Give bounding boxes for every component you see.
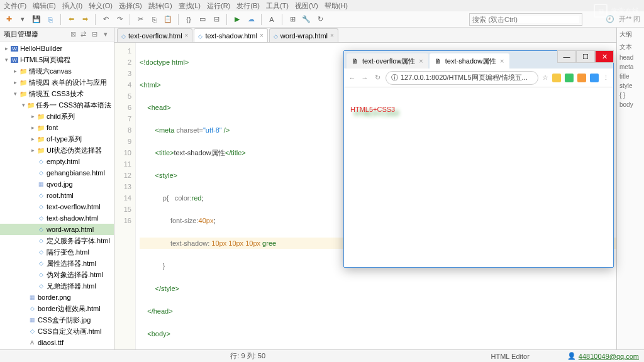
tree-item[interactable]: gehangbianse.html — [0, 167, 114, 178]
tree-item[interactable]: qvod.jpg — [0, 178, 114, 190]
copy-icon[interactable]: ⎘ — [149, 14, 159, 25]
tree-item[interactable]: 兄弟选择器.html — [0, 280, 114, 292]
menu-dots-icon[interactable]: ⋮ — [602, 74, 609, 82]
menu-item[interactable]: 运行(R) — [207, 1, 230, 10]
reload-icon[interactable]: ↻ — [373, 74, 382, 82]
tree-item[interactable]: ▾情境五 CSS3技术 — [0, 88, 114, 99]
tree-item[interactable]: ▸of-type系列 — [0, 133, 114, 145]
browser-tab[interactable]: 🗎text-shadow属性× — [430, 53, 509, 69]
back-icon[interactable]: ⬅ — [66, 14, 76, 25]
menu-item[interactable]: 查找(L) — [179, 1, 201, 10]
menu-item[interactable]: 跳转(G) — [148, 1, 172, 10]
tree-item[interactable]: 属性选择器.html — [0, 258, 114, 269]
nav-forward-icon[interactable]: → — [360, 74, 369, 82]
tree-item[interactable]: ▸情境四 表单的设计与应用 — [0, 77, 114, 88]
tree-item[interactable]: text-shadow.html — [0, 212, 114, 224]
new-icon[interactable]: ✚ — [4, 14, 14, 25]
tree-item[interactable]: border边框效果.html — [0, 303, 114, 314]
close-icon[interactable]: × — [260, 32, 264, 39]
star-icon[interactable]: ☆ — [542, 74, 548, 82]
maximize-button[interactable]: ☐ — [576, 50, 595, 63]
text-size-icon[interactable]: A — [267, 14, 277, 25]
cloud-icon[interactable]: ☁ — [246, 14, 256, 25]
browser-tab[interactable]: 🗎text-overflow属性× — [347, 53, 428, 69]
outline-item[interactable]: { } — [617, 90, 644, 100]
tree-item[interactable]: ▸font — [0, 122, 114, 133]
search-input[interactable] — [472, 16, 579, 23]
redo-icon[interactable]: ↷ — [114, 14, 125, 25]
tree-item[interactable]: diaosi.ttf — [0, 337, 114, 348]
cut-icon[interactable]: ✂ — [135, 14, 145, 25]
tree-item[interactable]: CSS盒子阴影.jpg — [0, 314, 114, 326]
tree-item[interactable]: border.png — [0, 292, 114, 303]
tree-item[interactable]: 隔行变色.html — [0, 246, 114, 258]
link-icon[interactable]: ⇄ — [79, 30, 87, 39]
close-icon[interactable]: × — [419, 57, 423, 65]
tree-item[interactable]: ▾HTML5网页编程 — [0, 54, 114, 65]
outline-list[interactable]: 文本headmetatitlestyle{ }body — [617, 41, 644, 109]
ext-icon[interactable] — [577, 74, 586, 82]
ext-icon[interactable] — [552, 74, 561, 82]
forward-icon[interactable]: ➡ — [80, 14, 90, 25]
time-icon[interactable]: 🕘 — [605, 14, 615, 25]
close-button[interactable]: ✕ — [595, 50, 614, 63]
ext-icon[interactable] — [590, 74, 599, 82]
rect-icon[interactable]: ▭ — [197, 14, 208, 25]
tree-item[interactable]: word-wrap.html — [0, 224, 114, 235]
tree-item[interactable]: empty.html — [0, 156, 114, 167]
menu-icon[interactable]: ▾ — [101, 30, 110, 39]
tree-item[interactable]: ▸情境六canvas — [0, 65, 114, 77]
tree-item[interactable]: ▸HelloHBuilder — [0, 43, 114, 54]
outline-item[interactable]: 文本 — [617, 41, 644, 53]
menu-item[interactable]: 视图(V) — [295, 1, 318, 10]
search-box[interactable] — [469, 13, 582, 26]
wrench-icon[interactable]: 🔧 — [301, 14, 311, 25]
outline-item[interactable]: meta — [617, 62, 644, 72]
url-field[interactable]: ⓘ 127.0.0.1:8020/HTML5网页编程/情境五... — [386, 71, 538, 85]
undo-icon[interactable]: ↶ — [101, 14, 111, 25]
grid-icon[interactable]: ⊞ — [287, 14, 297, 25]
run-icon[interactable]: ▶ — [232, 14, 242, 25]
tree-item[interactable]: root.html — [0, 190, 114, 201]
menu-item[interactable]: 选择(S) — [119, 1, 142, 10]
tree-item[interactable]: ▾任务一 CSS3的基本语法 — [0, 99, 114, 111]
menubar[interactable]: 文件(F)编辑(E)插入(I)转义(O)选择(S)跳转(G)查找(L)运行(R)… — [0, 0, 644, 11]
tree-item[interactable]: text-overflow.html — [0, 201, 114, 212]
close-icon[interactable]: × — [500, 57, 504, 65]
menu-item[interactable]: 帮助(H) — [325, 1, 348, 10]
close-icon[interactable]: × — [330, 32, 334, 39]
menu-item[interactable]: 转义(O) — [89, 1, 113, 10]
paste-icon[interactable]: 📋 — [163, 14, 173, 25]
minimize-button[interactable]: — — [557, 50, 576, 63]
tree-item[interactable]: 伪对象选择器.html — [0, 269, 114, 280]
dropdown-icon[interactable]: ▾ — [18, 14, 28, 25]
menu-item[interactable]: 插入(I) — [62, 1, 82, 10]
outline-item[interactable]: head — [617, 53, 644, 62]
menu-item[interactable]: 发行(B) — [236, 1, 260, 10]
refresh-icon[interactable]: ↻ — [315, 14, 325, 25]
editor-tab[interactable]: text-shadow.html× — [194, 28, 267, 42]
editor-tabs[interactable]: text-overflow.html×text-shadow.html×word… — [114, 28, 616, 43]
browser-window[interactable]: — ☐ ✕ 🗎text-overflow属性×🗎text-shadow属性× ←… — [343, 50, 614, 268]
menu-item[interactable]: 编辑(E) — [33, 1, 56, 10]
menu-item[interactable]: 文件(F) — [4, 1, 26, 10]
tree-item[interactable]: 定义服务器字体.html — [0, 235, 114, 246]
close-icon[interactable]: × — [185, 32, 189, 39]
project-tree[interactable]: ▸HelloHBuilder▾HTML5网页编程▸情境六canvas▸情境四 表… — [0, 41, 114, 349]
save-icon[interactable]: 💾 — [31, 14, 42, 25]
tree-item[interactable]: ▸UI状态伪类选择器 — [0, 145, 114, 156]
save-all-icon[interactable]: ⎘ — [45, 14, 55, 25]
editor-tab[interactable]: text-overflow.html× — [117, 28, 192, 42]
tree-item[interactable]: ▸child系列 — [0, 111, 114, 122]
brackets-icon[interactable]: {} — [184, 14, 194, 25]
editor-tab[interactable]: word-wrap.html× — [269, 28, 338, 42]
outline-item[interactable]: style — [617, 81, 644, 90]
dash-icon[interactable]: ⊟ — [211, 14, 221, 25]
outline-item[interactable]: title — [617, 72, 644, 81]
menu-item[interactable]: 工具(T) — [266, 1, 289, 10]
outline-item[interactable]: body — [617, 100, 644, 109]
collapse-icon[interactable]: ⊟ — [90, 30, 99, 39]
tree-item[interactable]: CSS自定义动画.html — [0, 326, 114, 337]
nav-back-icon[interactable]: ← — [348, 74, 357, 82]
ext-icon[interactable] — [565, 74, 574, 82]
